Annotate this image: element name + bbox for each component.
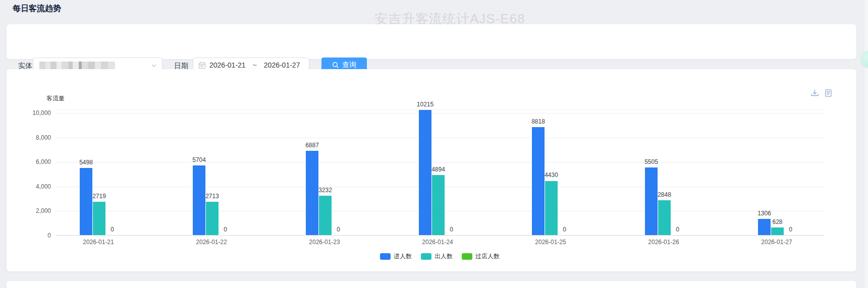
bar-value-label: 1306: [749, 210, 780, 217]
x-tick-label: 2026-01-27: [749, 239, 804, 246]
x-tick-label: 2026-01-23: [297, 239, 352, 246]
legend-chip-icon: [421, 253, 431, 260]
legend-item[interactable]: 过店人数: [462, 252, 500, 261]
bar-value-label: 10215: [410, 101, 441, 108]
date-start-value: 2026-01-21: [209, 61, 246, 69]
date-label: 日期: [174, 62, 188, 70]
y-tick-label: 2,000: [21, 207, 51, 214]
y-tick-label: 4,000: [21, 183, 51, 190]
gridline: [56, 138, 824, 138]
entity-select-redacted-value: [39, 62, 115, 70]
legend-chip-icon: [462, 253, 472, 260]
legend-item[interactable]: 进人数: [380, 252, 412, 261]
bar-value-label: 5704: [184, 156, 214, 163]
bar-value-label: 4894: [423, 166, 454, 173]
gridline: [56, 113, 824, 113]
chevron-down-icon: [151, 63, 157, 69]
bar-value-label: 0: [323, 226, 354, 233]
vertical-scrollbar[interactable]: [864, 0, 868, 288]
bar-value-label: 3232: [310, 187, 341, 194]
chart-bar: [532, 127, 545, 235]
chart-plot: 5498570468871021588185505130627192713323…: [56, 69, 824, 236]
bar-value-label: 0: [663, 226, 693, 233]
legend-chip-icon: [380, 253, 391, 260]
y-tick-label: 6,000: [21, 158, 51, 165]
gridline: [56, 109, 824, 110]
legend-label: 过店人数: [475, 252, 500, 261]
page-title: 每日客流趋势: [13, 4, 61, 14]
x-tick-label: 2026-01-25: [523, 239, 578, 246]
report-icon[interactable]: [824, 89, 833, 97]
entity-label: 实体: [18, 62, 32, 70]
filter-row: 实体 日期 2026-01-21 ~ 2026-01-27 查询: [7, 24, 856, 59]
bar-value-label: 2719: [84, 193, 115, 200]
bar-value-label: 0: [437, 226, 467, 233]
filter-card: 实体 日期 2026-01-21 ~ 2026-01-27 查询: [7, 24, 856, 59]
chart-bar: [645, 167, 658, 235]
search-icon: [332, 62, 339, 69]
y-tick-label: 10,000: [21, 109, 51, 117]
search-button-label: 查询: [342, 61, 356, 70]
legend-label: 进人数: [394, 252, 412, 261]
chart-legend: 进人数出人数过店人数: [56, 252, 824, 261]
date-end-value: 2026-01-27: [264, 61, 300, 69]
bar-value-label: 628: [763, 218, 793, 225]
y-tick-label: 0: [21, 232, 51, 239]
calendar-icon: [198, 62, 206, 69]
chart-bar: [80, 168, 92, 236]
x-tick-label: 2026-01-21: [71, 239, 126, 246]
chart-card: 客流量 549857046887102158818550513062719271…: [7, 69, 856, 271]
legend-item[interactable]: 出人数: [421, 252, 453, 261]
bar-value-label: 0: [97, 226, 128, 233]
bar-value-label: 0: [550, 226, 580, 233]
date-separator: ~: [253, 61, 257, 69]
x-tick-label: 2026-01-24: [410, 239, 465, 246]
bottom-card: [7, 281, 856, 288]
chart-bar: [193, 165, 205, 236]
bar-value-label: 2848: [649, 191, 680, 198]
gridline: [56, 162, 824, 162]
legend-label: 出人数: [435, 252, 453, 261]
bar-value-label: 8818: [523, 118, 554, 125]
y-tick-label: 8,000: [21, 134, 51, 141]
bar-value-label: 0: [210, 226, 241, 233]
x-tick-label: 2026-01-22: [184, 239, 239, 246]
bar-value-label: 6887: [297, 142, 328, 149]
bar-value-label: 0: [776, 226, 806, 233]
floating-assistant-button[interactable]: [861, 50, 868, 68]
bar-value-label: 4430: [536, 171, 567, 179]
bar-value-label: 2713: [197, 193, 228, 200]
bar-value-label: 5498: [71, 159, 101, 166]
x-tick-label: 2026-01-26: [636, 239, 691, 246]
bar-value-label: 5505: [636, 158, 667, 165]
